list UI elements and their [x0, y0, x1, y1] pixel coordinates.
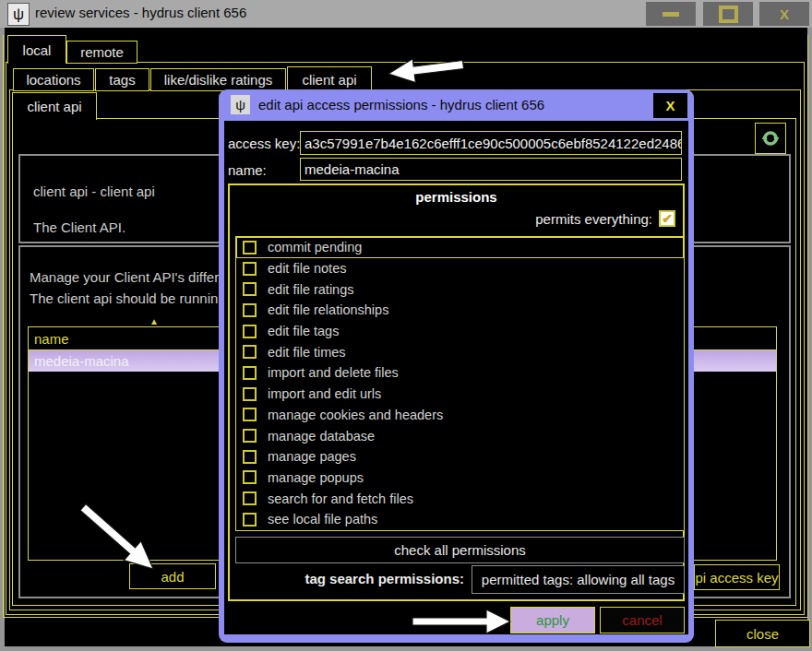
window-close-button[interactable]: X: [759, 2, 809, 26]
tab-like-dislike-ratings-label: like/dislike ratings: [164, 72, 273, 88]
checkbox-icon[interactable]: [243, 303, 257, 317]
permission-row[interactable]: manage cookies and headers: [236, 405, 684, 426]
api-access-key-button[interactable]: pi access key: [694, 564, 780, 590]
checkbox-icon[interactable]: [243, 345, 257, 359]
permission-label: see local file paths: [268, 512, 377, 527]
add-button[interactable]: add: [129, 563, 216, 589]
tag-search-permissions-button[interactable]: permitted tags: allowing all tags: [472, 565, 685, 594]
permission-row[interactable]: see local file paths: [236, 509, 684, 530]
permissions-list: commit pending edit file notes edit file…: [235, 236, 685, 531]
checkbox-icon[interactable]: [243, 408, 257, 421]
permissions-groupbox: permissions permits everything: ✔ commit…: [228, 183, 685, 601]
permission-label: edit file times: [268, 345, 346, 360]
permission-row[interactable]: edit file notes: [236, 258, 684, 279]
tag-search-permissions-label: tag search permissions:: [304, 571, 464, 586]
cancel-button[interactable]: cancel: [600, 607, 685, 633]
checkbox-icon[interactable]: [243, 491, 257, 505]
tab-locations-label: locations: [26, 72, 80, 88]
maximize-button[interactable]: [703, 2, 753, 26]
minimize-icon: [663, 12, 679, 17]
permission-row[interactable]: edit file relationships: [236, 300, 684, 321]
manage-line-2: The client api should be runnin: [30, 290, 218, 306]
tab-local-label: local: [23, 42, 52, 58]
checkbox-icon[interactable]: [243, 513, 257, 527]
close-button[interactable]: close: [715, 620, 810, 647]
tab-client-api-service-label: client api: [27, 99, 81, 114]
window-titlebar[interactable]: ψ review services - hydrus client 656 X: [0, 0, 812, 28]
tab-locations[interactable]: locations: [13, 68, 94, 91]
apply-button[interactable]: apply: [510, 607, 595, 633]
permission-label: commit pending: [268, 240, 362, 254]
checkbox-icon[interactable]: [243, 387, 257, 401]
service-description-text: The Client API.: [33, 219, 125, 235]
tab-client-api-service[interactable]: client api: [12, 92, 97, 120]
permission-label: manage popups: [268, 470, 364, 485]
permission-row[interactable]: import and edit urls: [236, 384, 684, 405]
permission-label: edit file relationships: [268, 302, 388, 317]
tab-client-api-label: client api: [302, 72, 356, 88]
permission-label: manage pages: [268, 449, 356, 464]
permission-row[interactable]: edit file ratings: [236, 278, 684, 300]
checkbox-icon[interactable]: [243, 241, 257, 254]
dialog-title: edit api access permissions - hydrus cli…: [258, 97, 544, 112]
checkbox-icon[interactable]: [243, 325, 257, 338]
permission-row[interactable]: manage pages: [236, 446, 684, 468]
maximize-icon: [719, 6, 738, 23]
dialog-close-button[interactable]: X: [653, 93, 687, 118]
review-services-window: ψ review services - hydrus client 656 X …: [0, 0, 812, 651]
check-all-permissions-button[interactable]: check all permissions: [235, 537, 685, 563]
checkbox-icon[interactable]: [243, 450, 257, 464]
tab-tags-label: tags: [109, 72, 135, 88]
refresh-button[interactable]: [755, 123, 786, 154]
checkbox-icon[interactable]: [243, 282, 257, 296]
permission-label: edit file ratings: [268, 282, 354, 297]
tab-local[interactable]: local: [7, 35, 66, 64]
permission-label: import and delete files: [268, 365, 399, 380]
tab-like-dislike-ratings[interactable]: like/dislike ratings: [150, 68, 286, 91]
dialog-titlebar[interactable]: ψ edit api access permissions - hydrus c…: [219, 89, 694, 121]
permission-label: manage database: [268, 429, 375, 444]
permission-label: search for and fetch files: [268, 491, 413, 506]
hydrus-app-icon: ψ: [7, 3, 30, 26]
tab-remote[interactable]: remote: [66, 41, 137, 64]
permission-label: edit file notes: [268, 261, 346, 276]
tab-remote-label: remote: [80, 44, 124, 60]
permission-row[interactable]: import and delete files: [236, 362, 684, 384]
dialog-body: access key: a3c57991e7b4e162c6efff1ce90c…: [224, 121, 688, 634]
permission-label: import and edit urls: [268, 386, 381, 401]
permits-everything-label: permits everything:: [535, 211, 652, 227]
tab-client-api[interactable]: client api: [287, 66, 372, 91]
window-frame-bottom: [0, 646, 812, 651]
permission-label: edit file tags: [268, 324, 339, 338]
checkbox-icon[interactable]: [243, 262, 257, 276]
permission-row[interactable]: manage popups: [236, 468, 684, 489]
permission-row[interactable]: edit file times: [236, 341, 684, 362]
edit-api-permissions-dialog: ψ edit api access permissions - hydrus c…: [219, 89, 694, 643]
name-label: name:: [228, 162, 267, 178]
access-key-label: access key:: [228, 136, 300, 151]
permission-row[interactable]: edit file tags: [236, 321, 684, 342]
permission-row[interactable]: commit pending: [236, 237, 684, 258]
manage-line-1: Manage your Client API's differ: [30, 269, 219, 285]
tab-tags[interactable]: tags: [95, 68, 149, 91]
permission-label: manage cookies and headers: [268, 408, 443, 422]
permits-everything-checkbox[interactable]: ✔: [659, 210, 675, 227]
checkbox-icon[interactable]: [243, 366, 257, 380]
access-key-input[interactable]: a3c57991e7b4e162c6efff1ce90c500005c6ebf8…: [300, 131, 682, 155]
hydrus-dialog-icon: ψ: [231, 95, 250, 114]
permission-row[interactable]: search for and fetch files: [236, 488, 684, 509]
name-input[interactable]: medeia-macina: [300, 158, 682, 181]
refresh-arrows-icon: [760, 128, 781, 148]
service-description-title: client api - client api: [33, 183, 155, 199]
permissions-title: permissions: [230, 189, 683, 205]
sort-ascending-icon: ▲: [149, 317, 159, 326]
permission-row[interactable]: manage database: [236, 425, 684, 446]
checkbox-icon[interactable]: [243, 470, 257, 484]
window-title: review services - hydrus client 656: [35, 5, 246, 20]
minimize-button[interactable]: [646, 2, 696, 26]
checkbox-icon[interactable]: [243, 429, 257, 443]
